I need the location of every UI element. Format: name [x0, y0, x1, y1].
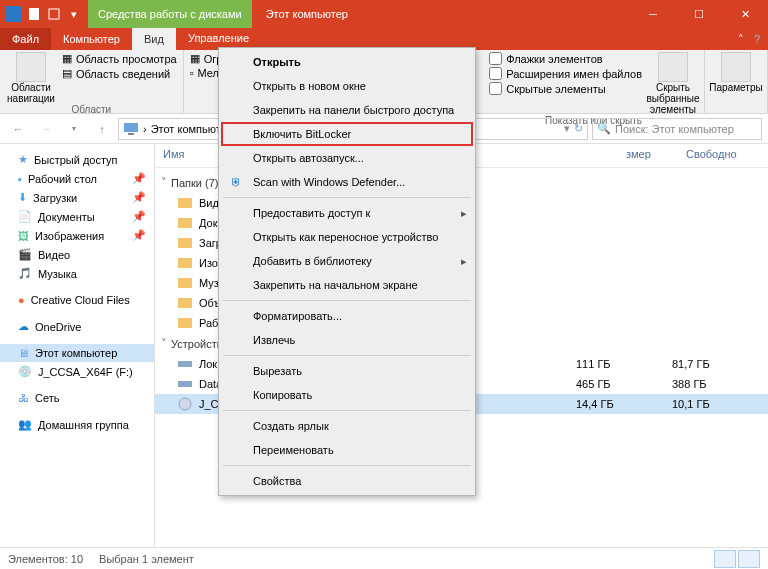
ctx-format[interactable]: Форматировать... — [221, 304, 473, 328]
thumbnails-view-button[interactable] — [738, 550, 760, 568]
nav-music[interactable]: 🎵Музыка — [0, 264, 154, 283]
title-bar: ▾ Средства работы с дисками Этот компьют… — [0, 0, 768, 28]
help-icon[interactable]: ? — [754, 33, 760, 45]
filename-ext-toggle[interactable]: Расширения имен файлов — [489, 67, 642, 80]
nav-this-pc[interactable]: 🖥Этот компьютер — [0, 344, 154, 362]
nav-network[interactable]: 🖧Сеть — [0, 389, 154, 407]
refresh-icon[interactable]: ↻ — [574, 122, 583, 135]
drive-icon — [177, 376, 193, 392]
status-item-count: Элементов: 10 — [8, 553, 83, 565]
navigation-pane: ★Быстрый доступ ▪Рабочий стол📌 ⬇Загрузки… — [0, 144, 155, 547]
ctx-give-access[interactable]: Предоставить доступ к▸ — [221, 201, 473, 225]
svg-rect-12 — [178, 361, 192, 367]
status-selection: Выбран 1 элемент — [99, 553, 194, 565]
options-icon — [721, 52, 751, 82]
hidden-items-toggle[interactable]: Скрытые элементы — [489, 82, 642, 95]
svg-point-14 — [179, 398, 191, 410]
svg-rect-4 — [128, 133, 134, 135]
ribbon-group-areas-label: Области — [6, 104, 177, 117]
ctx-open-autoplay[interactable]: Открыть автозапуск... — [221, 146, 473, 170]
nav-desktop[interactable]: ▪Рабочий стол📌 — [0, 169, 154, 188]
defender-icon: ⛨ — [227, 174, 245, 190]
col-free[interactable]: Свободно — [678, 144, 768, 167]
nav-homegroup[interactable]: 👥Домашняя группа — [0, 415, 154, 434]
svg-rect-2 — [49, 9, 59, 19]
svg-rect-5 — [178, 198, 192, 208]
svg-rect-11 — [178, 318, 192, 328]
ctx-scan-defender[interactable]: ⛨Scan with Windows Defender... — [221, 170, 473, 194]
folder-icon — [177, 315, 193, 331]
folder-icon — [177, 235, 193, 251]
nav-jccsa-drive[interactable]: 💿J_CCSA_X64F (F:) — [0, 362, 154, 381]
search-icon: 🔍 — [597, 122, 611, 135]
minimize-button[interactable]: ─ — [630, 0, 676, 28]
nav-documents[interactable]: 📄Документы📌 — [0, 207, 154, 226]
system-buttons: ─ ☐ ✕ — [630, 0, 768, 28]
details-view-button[interactable] — [714, 550, 736, 568]
ctx-rename[interactable]: Переименовать — [221, 438, 473, 462]
context-menu: Открыть Открыть в новом окне Закрепить н… — [218, 47, 476, 496]
nav-videos[interactable]: 🎬Видео — [0, 245, 154, 264]
pc-icon — [123, 121, 139, 137]
recent-button[interactable]: ▾ — [62, 117, 86, 141]
up-button[interactable]: ↑ — [90, 117, 114, 141]
preview-pane-toggle[interactable]: ▦Область просмотра — [62, 52, 177, 65]
folder-icon — [177, 255, 193, 271]
search-input[interactable]: 🔍 Поиск: Этот компьютер — [592, 118, 762, 140]
ctx-enable-bitlocker[interactable]: Включить BitLocker — [221, 122, 473, 146]
folder-icon — [177, 275, 193, 291]
ctx-properties[interactable]: Свойства — [221, 469, 473, 493]
status-bar: Элементов: 10 Выбран 1 элемент — [0, 547, 768, 569]
ctx-open-new-window[interactable]: Открыть в новом окне — [221, 74, 473, 98]
tab-file[interactable]: Файл — [0, 28, 51, 50]
nav-creative-cloud[interactable]: ●Creative Cloud Files — [0, 291, 154, 309]
qat-properties-icon[interactable] — [26, 6, 42, 22]
quick-access-toolbar: ▾ — [0, 6, 88, 22]
nav-quick-access[interactable]: ★Быстрый доступ — [0, 150, 154, 169]
tab-computer[interactable]: Компьютер — [51, 28, 132, 50]
back-button[interactable]: ← — [6, 117, 30, 141]
ctx-pin-quick-access[interactable]: Закрепить на панели быстрого доступа — [221, 98, 473, 122]
app-icon — [6, 6, 22, 22]
svg-rect-7 — [178, 238, 192, 248]
ctx-extract[interactable]: Извлечь — [221, 328, 473, 352]
nav-pictures[interactable]: 🖼Изображения📌 — [0, 226, 154, 245]
hide-selected-icon — [658, 52, 688, 82]
svg-rect-13 — [178, 381, 192, 387]
ctx-create-shortcut[interactable]: Создать ярлык — [221, 414, 473, 438]
dvd-drive-icon — [177, 396, 193, 412]
svg-rect-1 — [29, 8, 39, 20]
svg-rect-0 — [6, 6, 22, 22]
ctx-open[interactable]: Открыть — [221, 50, 473, 74]
options-button[interactable]: Параметры — [711, 52, 761, 100]
svg-rect-10 — [178, 298, 192, 308]
item-checkboxes-toggle[interactable]: Флажки элементов — [489, 52, 642, 65]
details-pane-toggle[interactable]: ▤Область сведений — [62, 67, 177, 80]
ctx-copy[interactable]: Копировать — [221, 383, 473, 407]
svg-rect-9 — [178, 278, 192, 288]
nav-panes-button[interactable]: Области навигации — [6, 52, 56, 104]
col-size[interactable]: змер — [618, 144, 678, 167]
contextual-tab-drive-tools: Средства работы с дисками — [88, 0, 252, 28]
svg-rect-8 — [178, 258, 192, 268]
ribbon-collapse-icon[interactable]: ˄ — [738, 33, 744, 46]
ctx-pin-start[interactable]: Закрепить на начальном экране — [221, 273, 473, 297]
qat-new-icon[interactable] — [46, 6, 62, 22]
window-title: Этот компьютер — [252, 8, 348, 20]
qat-dropdown-icon[interactable]: ▾ — [66, 6, 82, 22]
maximize-button[interactable]: ☐ — [676, 0, 722, 28]
drive-icon — [177, 356, 193, 372]
folder-icon — [177, 195, 193, 211]
ctx-cut[interactable]: Вырезать — [221, 359, 473, 383]
close-button[interactable]: ✕ — [722, 0, 768, 28]
tab-view[interactable]: Вид — [132, 28, 176, 50]
ctx-add-to-library[interactable]: Добавить в библиотеку▸ — [221, 249, 473, 273]
forward-button[interactable]: → — [34, 117, 58, 141]
nav-downloads[interactable]: ⬇Загрузки📌 — [0, 188, 154, 207]
ctx-open-portable[interactable]: Открыть как переносное устройство — [221, 225, 473, 249]
folder-icon — [177, 295, 193, 311]
svg-rect-6 — [178, 218, 192, 228]
folder-icon — [177, 215, 193, 231]
hide-selected-button[interactable]: Скрыть выбранные элементы — [648, 52, 698, 115]
nav-onedrive[interactable]: ☁OneDrive — [0, 317, 154, 336]
